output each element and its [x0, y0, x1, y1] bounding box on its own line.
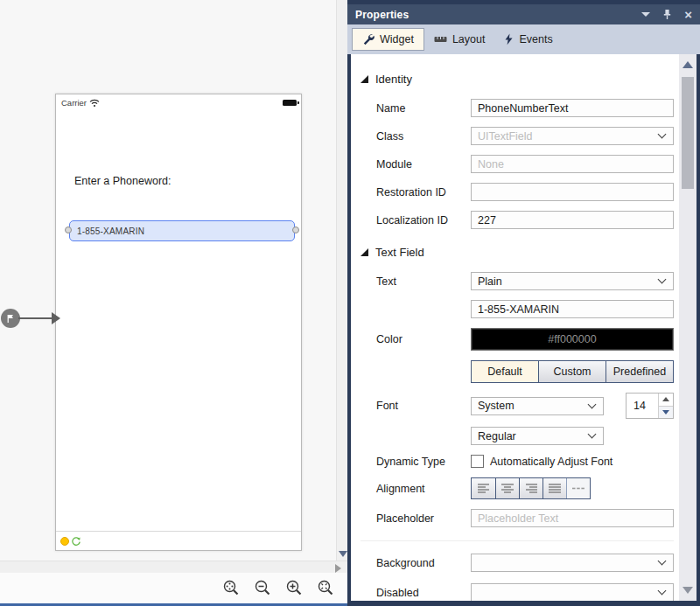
selection-handle-right[interactable] [292, 226, 299, 233]
scroll-down-icon[interactable] [682, 587, 693, 594]
class-select[interactable]: UITextField [471, 127, 674, 145]
text-type-select[interactable]: Plain [471, 272, 674, 290]
lightning-icon [504, 33, 514, 45]
chevron-down-icon [658, 557, 667, 566]
window-menu-icon[interactable] [641, 12, 650, 17]
section-text-field[interactable]: Text Field [360, 246, 674, 259]
color-custom-button[interactable]: Custom [538, 361, 606, 382]
alignment-buttons [471, 477, 591, 499]
design-surface[interactable]: Carrier Enter a Phoneword: 1-855-XAMARIN [0, 0, 336, 561]
name-input[interactable] [471, 99, 674, 117]
scroll-down-icon[interactable] [339, 551, 347, 557]
color-predefined-button[interactable]: Predefined [606, 361, 673, 382]
scroll-right-icon[interactable] [335, 564, 341, 573]
disabled-select[interactable] [471, 583, 674, 601]
background-select[interactable] [471, 554, 674, 572]
scroll-up-icon[interactable] [682, 61, 693, 68]
color-swatch[interactable]: #ff000000 [471, 328, 674, 351]
color-label: Color [376, 333, 471, 345]
localization-id-input[interactable] [471, 211, 674, 229]
properties-scrollbar[interactable] [679, 54, 696, 601]
stepper-down-button[interactable] [659, 406, 673, 419]
wifi-icon [89, 99, 100, 108]
align-left-button[interactable] [472, 478, 495, 498]
row-name: Name [376, 99, 674, 117]
phoneword-label[interactable]: Enter a Phoneword: [74, 175, 172, 187]
auto-adjust-font-label: Automatically Adjust Font [490, 456, 612, 468]
chevron-down-icon [588, 400, 597, 408]
arrow-up-icon [662, 397, 669, 401]
phone-number-textfield[interactable]: 1-855-XAMARIN [69, 220, 295, 241]
row-color-mode: Default Custom Predefined [376, 360, 674, 383]
section-divider [360, 540, 674, 541]
dynamic-type-label: Dynamic Type [376, 456, 471, 468]
font-size-stepper: 14 [626, 393, 674, 419]
flag-icon [6, 314, 15, 324]
zoom-actual-size-button[interactable] [222, 579, 241, 597]
font-size-value[interactable]: 14 [626, 394, 658, 418]
tab-widget[interactable]: Widget [352, 28, 424, 51]
row-text-type: Text Plain [376, 272, 674, 290]
font-weight-select[interactable]: Regular [471, 427, 604, 445]
canvas-vertical-scrollbar[interactable] [336, 0, 347, 561]
restoration-id-input[interactable] [471, 183, 674, 201]
font-family-select[interactable]: System [471, 397, 604, 415]
placeholder-label: Placeholder [376, 512, 471, 525]
entry-arrow-head [52, 312, 60, 324]
refresh-icon[interactable] [71, 536, 81, 547]
properties-tabstrip: Widget Layout Events [347, 24, 700, 54]
tab-events[interactable]: Events [494, 29, 562, 50]
module-label: Module [376, 158, 471, 171]
tab-layout-label: Layout [452, 33, 486, 45]
storyboard-entry-point[interactable] [1, 309, 20, 328]
xamarin-ios-designer: Carrier Enter a Phoneword: 1-855-XAMARIN [0, 0, 700, 606]
battery-icon [283, 100, 297, 106]
align-justify-button[interactable] [542, 478, 566, 498]
view-controller-footer [56, 531, 301, 550]
row-alignment: Alignment [376, 477, 674, 499]
textfield-value: 1-855-XAMARIN [70, 226, 144, 236]
view-controller-canvas[interactable]: Carrier Enter a Phoneword: 1-855-XAMARIN [55, 94, 302, 551]
text-label: Text [376, 275, 471, 288]
align-right-icon [524, 483, 538, 494]
zoom-in-button[interactable] [285, 579, 304, 597]
restoration-id-label: Restoration ID [376, 186, 471, 199]
warning-icon[interactable] [60, 537, 69, 546]
align-right-button[interactable] [519, 478, 542, 498]
text-value-input[interactable] [471, 300, 674, 318]
chevron-down-icon [588, 430, 597, 439]
placeholder-input[interactable] [471, 509, 674, 527]
module-input[interactable] [471, 155, 674, 173]
row-font-weight: Regular [376, 427, 674, 445]
auto-adjust-font-checkbox[interactable] [471, 455, 484, 468]
tab-layout[interactable]: Layout [424, 29, 495, 50]
selection-handle-left[interactable] [65, 226, 72, 233]
align-center-button[interactable] [495, 478, 519, 498]
row-background: Background [376, 554, 674, 572]
stepper-up-button[interactable] [659, 394, 673, 406]
tab-events-label: Events [519, 33, 552, 45]
row-placeholder: Placeholder [376, 509, 674, 527]
properties-titlebar[interactable]: Properties × [347, 4, 700, 24]
arrow-down-icon [662, 410, 669, 414]
color-default-button[interactable]: Default [472, 361, 538, 382]
class-label: Class [376, 130, 471, 143]
close-icon[interactable]: × [684, 8, 692, 21]
scrollbar-thumb[interactable] [682, 77, 694, 189]
row-disabled: Disabled [376, 583, 674, 601]
row-color: Color #ff000000 [376, 328, 674, 351]
background-label: Background [376, 557, 471, 569]
font-label: Font [376, 400, 471, 412]
pin-icon[interactable] [662, 9, 672, 20]
zoom-out-button[interactable] [254, 579, 272, 597]
chevron-down-icon [658, 130, 667, 139]
carrier-label: Carrier [61, 98, 87, 108]
color-hex-value: #ff000000 [548, 333, 596, 345]
align-natural-button[interactable] [566, 478, 590, 498]
zoom-fit-button[interactable] [317, 579, 335, 597]
section-identity[interactable]: Identity [360, 73, 674, 86]
canvas-horizontal-scrollbar[interactable] [0, 561, 347, 573]
align-justify-icon [548, 483, 562, 494]
properties-content: Identity Name Class UITextField Module [351, 54, 696, 601]
color-mode-buttons: Default Custom Predefined [471, 360, 674, 383]
